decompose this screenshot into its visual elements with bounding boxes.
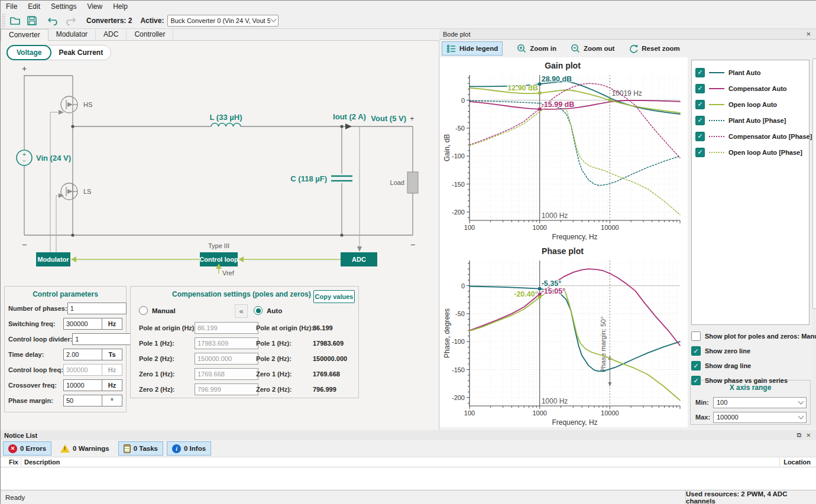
switching-freq-input[interactable]: 300000 xyxy=(63,318,102,330)
option-checkbox[interactable] xyxy=(691,331,701,341)
gain-plot-chart[interactable]: 0-50-100-150-200100100010000Frequency, H… xyxy=(442,71,685,243)
legend-item-compensator-auto[interactable]: ✓Compensator Auto xyxy=(695,80,805,96)
redo-button[interactable] xyxy=(63,14,78,28)
save-button[interactable] xyxy=(24,14,40,28)
0-errors-button[interactable]: ✕0 Errors xyxy=(3,441,51,456)
reset-zoom-button[interactable]: Reset zoom xyxy=(624,41,685,56)
legend-checkbox[interactable]: ✓ xyxy=(695,68,705,77)
legend-checkbox[interactable]: ✓ xyxy=(695,84,705,93)
phase-margin-label: Phase margin: 50° xyxy=(600,317,607,373)
column-location[interactable]: Location xyxy=(783,459,811,466)
manual-pole2-input[interactable]: 150000.000 xyxy=(195,353,258,365)
x-max-select[interactable]: 100000 xyxy=(713,412,807,423)
option-show-zero-line[interactable]: ✓Show zero line xyxy=(691,345,750,357)
data-marker[interactable] xyxy=(538,287,541,290)
zoom-out-label: Zoom out xyxy=(584,45,614,52)
data-marker[interactable] xyxy=(538,292,541,295)
inductor[interactable] xyxy=(211,123,241,126)
manual-radio[interactable] xyxy=(139,306,148,315)
toolbar-grip[interactable] xyxy=(2,14,5,27)
option-show-phase-vs-gain[interactable]: ✓Show phase vs gain series xyxy=(691,375,788,386)
menu-edit[interactable]: Edit xyxy=(22,1,46,12)
x-min-select[interactable]: 100 xyxy=(713,397,807,408)
undo-button[interactable] xyxy=(46,14,61,28)
column-divider[interactable] xyxy=(21,458,21,466)
hs-mosfet[interactable] xyxy=(61,96,77,113)
menu-help[interactable]: Help xyxy=(108,1,133,12)
legend-checkbox[interactable]: ✓ xyxy=(695,132,705,141)
zoom-in-button[interactable]: Zoom in xyxy=(512,41,561,56)
0-warnings-button[interactable]: 0 Warnings xyxy=(55,441,115,456)
data-marker[interactable] xyxy=(538,92,541,95)
legend-checkbox[interactable]: ✓ xyxy=(695,116,705,125)
hide-legend-button[interactable]: Hide legend xyxy=(442,41,503,56)
peak-current-mode-button[interactable]: Peak Current xyxy=(51,47,111,58)
legend-item-open-loop-auto[interactable]: ✓Open loop Auto xyxy=(695,96,805,112)
tab-modulator[interactable]: Modulator xyxy=(48,29,96,41)
manual-pole1-input[interactable]: 17983.609 xyxy=(195,337,258,349)
menu-file[interactable]: File xyxy=(1,1,22,12)
legend-checkbox[interactable]: ✓ xyxy=(695,148,705,157)
capacitor[interactable] xyxy=(331,176,352,181)
ls-mosfet[interactable] xyxy=(61,183,77,200)
notice-list-header: Notice List ⧉ × xyxy=(1,430,816,441)
control-loop-block-label: Control loop xyxy=(199,256,238,263)
option-show-plot-for-poles[interactable]: Show plot for poles and zeros: Manual xyxy=(691,330,816,342)
option-checkbox[interactable]: ✓ xyxy=(691,376,701,385)
legend-item-plant-auto-phase[interactable]: ✓Plant Auto [Phase] xyxy=(695,112,805,128)
data-marker[interactable] xyxy=(538,83,541,86)
crossover-freq-input[interactable]: 10000 xyxy=(63,379,102,391)
scrollbar-thumb[interactable] xyxy=(812,58,816,309)
time-delay-input[interactable]: 2.00 xyxy=(63,349,102,360)
data-marker[interactable] xyxy=(538,108,541,110)
option-checkbox[interactable]: ✓ xyxy=(691,346,701,356)
number-of-phases-input[interactable]: 1 xyxy=(67,303,127,314)
active-converter-dropdown[interactable]: Buck Converter 0 (Vin 24 V, Vout 5 V, 30… xyxy=(167,15,279,27)
menu-view[interactable]: View xyxy=(82,1,108,12)
legend-checkbox[interactable]: ✓ xyxy=(695,100,705,109)
load-resistor[interactable] xyxy=(407,172,418,193)
tab-converter[interactable]: Converter xyxy=(1,29,48,41)
auto-radio[interactable] xyxy=(254,306,263,315)
column-divider[interactable] xyxy=(779,458,780,466)
bode-sidebar: ✓Plant Auto✓Compensator Auto✓Open loop A… xyxy=(688,57,816,427)
value-annotation: 28.90 dB xyxy=(542,75,572,83)
manual-zero1-input[interactable]: 1769.668 xyxy=(195,368,258,380)
auto-pole1-value: 17983.609 xyxy=(313,340,344,347)
chevron-down-icon xyxy=(798,413,804,419)
phase-margin-input[interactable]: 50 xyxy=(63,395,102,407)
tab-adc[interactable]: ADC xyxy=(96,29,127,41)
zero1-label: Zero 1 (Hz): xyxy=(139,370,175,378)
manual-zero2-input[interactable]: 796.999 xyxy=(195,383,258,395)
control-loop-divider-input[interactable]: 1 xyxy=(72,333,131,345)
collapse-manual-button[interactable]: « xyxy=(235,304,248,318)
notice-button-label: 0 Infos xyxy=(184,445,206,452)
column-description[interactable]: Description xyxy=(24,459,60,466)
open-button[interactable] xyxy=(7,14,22,28)
notice-close-icon[interactable]: × xyxy=(804,431,813,440)
manual-pole-origin-input[interactable]: 86.199 xyxy=(195,322,258,334)
column-fix[interactable]: Fix xyxy=(9,459,18,466)
option-show-drag-line[interactable]: ✓Show drag line xyxy=(691,360,751,372)
legend-item-plant-auto[interactable]: ✓Plant Auto xyxy=(695,64,805,80)
option-checkbox[interactable]: ✓ xyxy=(691,361,701,370)
tab-controller[interactable]: Controller xyxy=(127,29,173,41)
bode-close-icon[interactable]: × xyxy=(804,30,813,38)
data-marker[interactable] xyxy=(538,295,541,298)
menu-settings[interactable]: Settings xyxy=(46,1,82,12)
plot-area[interactable] xyxy=(469,261,680,406)
legend-item-open-loop-auto-phase[interactable]: ✓Open loop Auto [Phase] xyxy=(695,144,805,160)
zoom-out-button[interactable]: Zoom out xyxy=(566,41,619,56)
legend-item-compensator-auto-phase[interactable]: ✓Compensator Auto [Phase] xyxy=(695,128,805,144)
sidebar-scrollbar[interactable] xyxy=(812,57,816,427)
phase-plot-chart[interactable]: 0-50-100-150-200100100010000Frequency, H… xyxy=(442,257,685,427)
data-marker[interactable] xyxy=(608,99,611,102)
0-tasks-button[interactable]: 0 Tasks xyxy=(118,441,163,456)
plot-area[interactable] xyxy=(469,75,680,220)
notice-float-icon[interactable]: ⧉ xyxy=(795,431,804,439)
copy-values-button[interactable]: Copy values xyxy=(313,290,355,303)
vin-source[interactable]: + − xyxy=(17,150,32,165)
used-resources: Used resources: 2 PWM, 4 ADC channels xyxy=(685,490,816,504)
circuit-schematic[interactable]: + − − + − Vin (24 V) HS xyxy=(1,58,439,283)
0-infos-button[interactable]: i0 Infos xyxy=(167,441,211,456)
